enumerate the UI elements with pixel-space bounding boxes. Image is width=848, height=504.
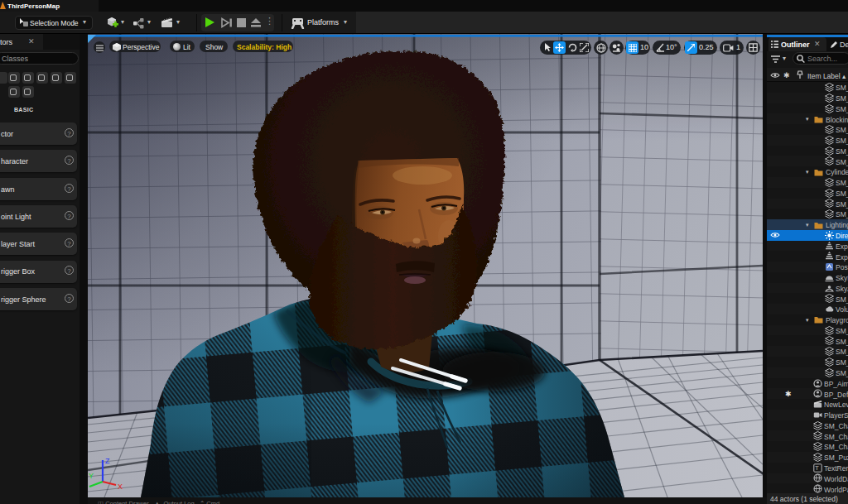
svg-text:Z: Z xyxy=(105,457,110,465)
svg-text:Y: Y xyxy=(89,472,94,480)
svg-text:X: X xyxy=(118,482,123,491)
svg-text:T: T xyxy=(815,464,819,472)
